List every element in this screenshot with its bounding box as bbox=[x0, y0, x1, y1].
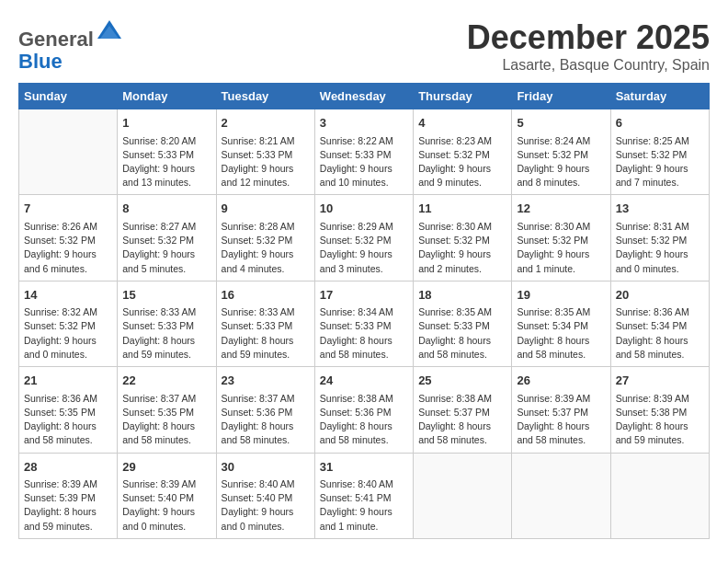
day-number: 9 bbox=[222, 200, 310, 218]
day-number: 3 bbox=[320, 114, 408, 132]
day-info: Sunrise: 8:40 AM Sunset: 5:41 PM Dayligh… bbox=[320, 477, 408, 534]
calendar-cell: 17Sunrise: 8:34 AM Sunset: 5:33 PM Dayli… bbox=[314, 281, 413, 366]
day-number: 10 bbox=[320, 200, 408, 218]
logo: General Blue bbox=[18, 18, 123, 73]
day-number: 6 bbox=[616, 114, 704, 132]
day-info: Sunrise: 8:24 AM Sunset: 5:32 PM Dayligh… bbox=[517, 134, 605, 190]
day-info: Sunrise: 8:30 AM Sunset: 5:32 PM Dayligh… bbox=[418, 220, 506, 276]
calendar-cell: 27Sunrise: 8:39 AM Sunset: 5:38 PM Dayli… bbox=[610, 367, 709, 453]
calendar-cell: 12Sunrise: 8:30 AM Sunset: 5:32 PM Dayli… bbox=[512, 195, 610, 281]
calendar-cell: 11Sunrise: 8:30 AM Sunset: 5:32 PM Dayli… bbox=[414, 195, 512, 281]
day-info: Sunrise: 8:36 AM Sunset: 5:35 PM Dayligh… bbox=[24, 392, 112, 448]
calendar-cell: 28Sunrise: 8:39 AM Sunset: 5:39 PM Dayli… bbox=[19, 453, 118, 538]
calendar-cell: 16Sunrise: 8:33 AM Sunset: 5:33 PM Dayli… bbox=[216, 281, 314, 366]
calendar-cell: 23Sunrise: 8:37 AM Sunset: 5:36 PM Dayli… bbox=[216, 367, 314, 453]
day-number: 2 bbox=[222, 114, 310, 132]
day-number: 8 bbox=[122, 200, 210, 218]
day-info: Sunrise: 8:26 AM Sunset: 5:32 PM Dayligh… bbox=[24, 220, 112, 276]
day-number: 20 bbox=[616, 286, 704, 304]
day-number: 12 bbox=[517, 200, 605, 218]
day-number: 19 bbox=[517, 286, 605, 304]
day-info: Sunrise: 8:33 AM Sunset: 5:33 PM Dayligh… bbox=[222, 305, 310, 362]
day-info: Sunrise: 8:31 AM Sunset: 5:32 PM Dayligh… bbox=[616, 220, 704, 276]
day-number: 5 bbox=[517, 114, 605, 132]
calendar-cell: 7Sunrise: 8:26 AM Sunset: 5:32 PM Daylig… bbox=[19, 195, 118, 281]
day-info: Sunrise: 8:36 AM Sunset: 5:34 PM Dayligh… bbox=[616, 305, 704, 362]
calendar-row-3: 21Sunrise: 8:36 AM Sunset: 5:35 PM Dayli… bbox=[19, 367, 710, 453]
calendar-cell: 20Sunrise: 8:36 AM Sunset: 5:34 PM Dayli… bbox=[610, 281, 709, 366]
location-title: Lasarte, Basque Country, Spain bbox=[467, 57, 710, 74]
day-info: Sunrise: 8:23 AM Sunset: 5:32 PM Dayligh… bbox=[418, 134, 506, 190]
col-header-thursday: Thursday bbox=[414, 84, 512, 109]
calendar-cell: 5Sunrise: 8:24 AM Sunset: 5:32 PM Daylig… bbox=[512, 109, 610, 195]
day-info: Sunrise: 8:38 AM Sunset: 5:37 PM Dayligh… bbox=[418, 392, 506, 448]
day-number: 21 bbox=[24, 372, 112, 390]
calendar-cell: 26Sunrise: 8:39 AM Sunset: 5:37 PM Dayli… bbox=[512, 367, 610, 453]
day-number: 15 bbox=[122, 286, 210, 304]
day-number: 31 bbox=[320, 458, 408, 477]
day-info: Sunrise: 8:38 AM Sunset: 5:36 PM Dayligh… bbox=[320, 392, 408, 448]
day-info: Sunrise: 8:28 AM Sunset: 5:32 PM Dayligh… bbox=[222, 220, 310, 276]
calendar-body: 1Sunrise: 8:20 AM Sunset: 5:33 PM Daylig… bbox=[19, 109, 710, 539]
day-number: 26 bbox=[517, 372, 605, 390]
day-info: Sunrise: 8:39 AM Sunset: 5:40 PM Dayligh… bbox=[122, 477, 210, 534]
calendar-cell: 14Sunrise: 8:32 AM Sunset: 5:32 PM Dayli… bbox=[19, 281, 118, 366]
day-info: Sunrise: 8:22 AM Sunset: 5:33 PM Dayligh… bbox=[320, 134, 408, 190]
calendar-cell: 31Sunrise: 8:40 AM Sunset: 5:41 PM Dayli… bbox=[314, 453, 413, 538]
page-header: General Blue December 2025 Lasarte, Basq… bbox=[18, 18, 710, 74]
title-block: December 2025 Lasarte, Basque Country, S… bbox=[467, 18, 710, 74]
col-header-monday: Monday bbox=[118, 84, 216, 109]
calendar-cell bbox=[512, 453, 610, 538]
calendar-row-1: 7Sunrise: 8:26 AM Sunset: 5:32 PM Daylig… bbox=[19, 195, 710, 281]
month-title: December 2025 bbox=[467, 18, 710, 57]
day-info: Sunrise: 8:27 AM Sunset: 5:32 PM Dayligh… bbox=[122, 220, 210, 276]
col-header-sunday: Sunday bbox=[19, 84, 118, 109]
day-info: Sunrise: 8:21 AM Sunset: 5:33 PM Dayligh… bbox=[222, 134, 310, 190]
col-header-tuesday: Tuesday bbox=[216, 84, 314, 109]
calendar-table: SundayMondayTuesdayWednesdayThursdayFrid… bbox=[18, 83, 710, 539]
calendar-cell: 13Sunrise: 8:31 AM Sunset: 5:32 PM Dayli… bbox=[610, 195, 709, 281]
calendar-cell: 9Sunrise: 8:28 AM Sunset: 5:32 PM Daylig… bbox=[216, 195, 314, 281]
calendar-cell: 19Sunrise: 8:35 AM Sunset: 5:34 PM Dayli… bbox=[512, 281, 610, 366]
day-number: 16 bbox=[222, 286, 310, 304]
col-header-wednesday: Wednesday bbox=[314, 84, 413, 109]
day-number: 24 bbox=[320, 372, 408, 390]
calendar-row-0: 1Sunrise: 8:20 AM Sunset: 5:33 PM Daylig… bbox=[19, 109, 710, 195]
calendar-cell: 21Sunrise: 8:36 AM Sunset: 5:35 PM Dayli… bbox=[19, 367, 118, 453]
logo-blue-text: Blue bbox=[18, 50, 63, 73]
logo-general-text: General bbox=[18, 28, 94, 51]
day-info: Sunrise: 8:25 AM Sunset: 5:32 PM Dayligh… bbox=[616, 134, 704, 190]
day-info: Sunrise: 8:37 AM Sunset: 5:36 PM Dayligh… bbox=[222, 392, 310, 448]
day-number: 11 bbox=[418, 200, 506, 218]
calendar-cell: 1Sunrise: 8:20 AM Sunset: 5:33 PM Daylig… bbox=[118, 109, 216, 195]
col-header-friday: Friday bbox=[512, 84, 610, 109]
calendar-cell: 15Sunrise: 8:33 AM Sunset: 5:33 PM Dayli… bbox=[118, 281, 216, 366]
calendar-header-row: SundayMondayTuesdayWednesdayThursdayFrid… bbox=[19, 84, 710, 109]
calendar-cell: 10Sunrise: 8:29 AM Sunset: 5:32 PM Dayli… bbox=[314, 195, 413, 281]
day-number: 17 bbox=[320, 286, 408, 304]
calendar-cell: 22Sunrise: 8:37 AM Sunset: 5:35 PM Dayli… bbox=[118, 367, 216, 453]
calendar-cell: 6Sunrise: 8:25 AM Sunset: 5:32 PM Daylig… bbox=[610, 109, 709, 195]
day-number: 1 bbox=[122, 114, 210, 132]
day-info: Sunrise: 8:20 AM Sunset: 5:33 PM Dayligh… bbox=[122, 134, 210, 190]
day-info: Sunrise: 8:35 AM Sunset: 5:34 PM Dayligh… bbox=[517, 305, 605, 362]
day-info: Sunrise: 8:35 AM Sunset: 5:33 PM Dayligh… bbox=[418, 305, 506, 362]
day-info: Sunrise: 8:30 AM Sunset: 5:32 PM Dayligh… bbox=[517, 220, 605, 276]
col-header-saturday: Saturday bbox=[610, 84, 709, 109]
day-info: Sunrise: 8:33 AM Sunset: 5:33 PM Dayligh… bbox=[122, 305, 210, 362]
day-info: Sunrise: 8:37 AM Sunset: 5:35 PM Dayligh… bbox=[122, 392, 210, 448]
day-number: 28 bbox=[24, 458, 112, 477]
day-number: 30 bbox=[222, 458, 310, 477]
day-number: 25 bbox=[418, 372, 506, 390]
day-number: 4 bbox=[418, 114, 506, 132]
logo-icon bbox=[96, 18, 123, 46]
calendar-cell: 18Sunrise: 8:35 AM Sunset: 5:33 PM Dayli… bbox=[414, 281, 512, 366]
day-info: Sunrise: 8:34 AM Sunset: 5:33 PM Dayligh… bbox=[320, 305, 408, 362]
day-number: 22 bbox=[122, 372, 210, 390]
day-info: Sunrise: 8:29 AM Sunset: 5:32 PM Dayligh… bbox=[320, 220, 408, 276]
day-number: 14 bbox=[24, 286, 112, 304]
day-info: Sunrise: 8:40 AM Sunset: 5:40 PM Dayligh… bbox=[222, 477, 310, 534]
calendar-row-2: 14Sunrise: 8:32 AM Sunset: 5:32 PM Dayli… bbox=[19, 281, 710, 366]
calendar-cell: 8Sunrise: 8:27 AM Sunset: 5:32 PM Daylig… bbox=[118, 195, 216, 281]
calendar-cell: 30Sunrise: 8:40 AM Sunset: 5:40 PM Dayli… bbox=[216, 453, 314, 538]
